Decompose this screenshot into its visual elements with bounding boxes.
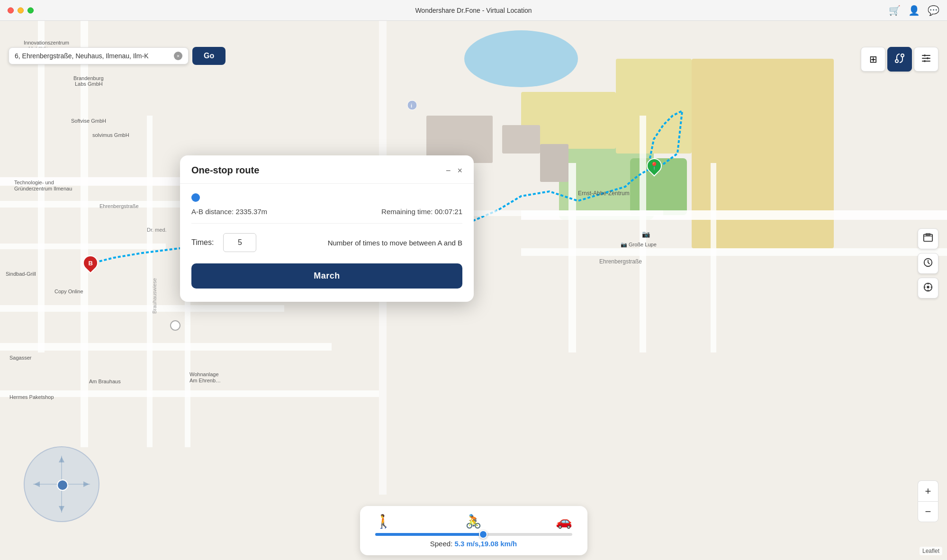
speed-slider[interactable]: [375, 533, 572, 536]
title-bar: Wondershare Dr.Fone - Virtual Location 🛒…: [0, 0, 947, 21]
svg-point-52: [895, 60, 898, 63]
modal-header: One-stop route − ×: [180, 155, 474, 184]
chat-icon[interactable]: 💬: [928, 5, 939, 16]
map-container[interactable]: Innovationszentrum Mobilität Brandenburg…: [0, 21, 947, 560]
grid-tool-button[interactable]: ⊞: [861, 47, 885, 72]
screenshot-icon: [923, 233, 933, 245]
title-bar-icons: 🛒 👤 💬: [889, 5, 939, 16]
speed-control: 🚶 🚴 🚗 Speed: 5.3 m/s,19.08 km/h: [360, 506, 587, 555]
close-traffic-light[interactable]: [8, 7, 14, 13]
locate-icon: [923, 282, 933, 295]
svg-point-53: [901, 54, 904, 57]
zoom-in-button[interactable]: +: [918, 480, 938, 501]
go-button[interactable]: Go: [192, 47, 225, 65]
svg-text:Technologie- und: Technologie- und: [14, 180, 54, 185]
svg-text:Hermes Paketshop: Hermes Paketshop: [9, 394, 54, 400]
one-stop-route-modal: One-stop route − × A-B distance: 2335.37…: [180, 155, 474, 302]
zoom-out-button[interactable]: −: [918, 501, 938, 522]
svg-rect-22: [568, 163, 576, 352]
search-clear-button[interactable]: ×: [174, 52, 182, 60]
svg-text:solvimus GmbH: solvimus GmbH: [92, 132, 129, 138]
map-toolbar: ⊞: [861, 47, 938, 72]
svg-marker-72: [83, 481, 89, 487]
multi-route-icon: [920, 53, 932, 66]
svg-rect-24: [711, 163, 716, 352]
multi-route-tool-button[interactable]: [914, 47, 938, 72]
svg-marker-69: [59, 457, 64, 462]
search-input[interactable]: [15, 52, 174, 60]
march-button[interactable]: March: [191, 263, 462, 289]
maximize-traffic-light[interactable]: [27, 7, 34, 13]
svg-text:Innovationszentrum: Innovationszentrum: [24, 40, 69, 45]
screenshot-button[interactable]: [918, 228, 938, 249]
svg-point-1: [464, 30, 578, 87]
svg-text:Gründerzentrum Ilmenau: Gründerzentrum Ilmenau: [14, 186, 72, 191]
svg-point-56: [924, 60, 926, 62]
svg-point-62: [927, 286, 929, 289]
svg-text:Wohnanlage: Wohnanlage: [189, 371, 219, 377]
svg-text:Am Brauhaus: Am Brauhaus: [89, 379, 121, 384]
svg-text:Dr. med.: Dr. med.: [147, 227, 167, 233]
user-icon[interactable]: 👤: [908, 5, 920, 16]
modal-close-button[interactable]: ×: [457, 166, 462, 175]
svg-text:Brauhauswiese: Brauhauswiese: [152, 278, 157, 314]
svg-text:Labs GmbH: Labs GmbH: [75, 81, 103, 87]
route-tool-button[interactable]: [887, 47, 912, 72]
traffic-lights: [8, 7, 34, 13]
svg-text:i: i: [411, 103, 412, 108]
svg-text:Ernst-Abbe-Zentrum: Ernst-Abbe-Zentrum: [578, 190, 630, 197]
search-input-wrapper[interactable]: ×: [9, 47, 189, 64]
joystick-thumb: [57, 479, 68, 491]
svg-text:Ehrenbergstraße: Ehrenbergstraße: [99, 203, 139, 209]
speed-slider-thumb: [479, 530, 487, 539]
speed-value: 5.3 m/s,19.08 km/h: [454, 540, 517, 548]
speed-icons: 🚶 🚴 🚗: [375, 514, 572, 529]
walk-icon: 🚶: [375, 514, 392, 529]
svg-point-49: [171, 321, 180, 330]
minimize-traffic-light[interactable]: [18, 7, 24, 13]
times-row: Times: Number of times to move between A…: [191, 233, 462, 252]
times-label: Times:: [191, 238, 214, 247]
location-dot: [191, 193, 200, 202]
ab-distance: A-B distance: 2335.37m: [191, 208, 267, 216]
zoom-controls: + −: [918, 480, 938, 522]
history-button[interactable]: [918, 253, 938, 274]
leaflet-badge: Leaflet: [920, 547, 942, 555]
svg-marker-70: [59, 506, 64, 512]
svg-text:Sindbad-Grill: Sindbad-Grill: [6, 271, 36, 277]
locate-button[interactable]: [918, 278, 938, 298]
speed-slider-fill: [375, 533, 484, 536]
modal-minimize-button[interactable]: −: [446, 166, 451, 175]
svg-text:📷 Große Lupe: 📷 Große Lupe: [621, 241, 657, 248]
modal-title: One-stop route: [191, 165, 259, 176]
svg-text:Am Ehrenb…: Am Ehrenb…: [189, 378, 221, 383]
modal-body: A-B distance: 2335.37m Remaining time: 0…: [180, 184, 474, 302]
svg-text:📷: 📷: [642, 230, 650, 238]
right-tools: [918, 228, 938, 298]
svg-point-54: [924, 54, 926, 56]
svg-marker-71: [34, 481, 40, 487]
destination-marker: 📍: [647, 158, 662, 173]
remaining-time: Remaining time: 00:07:21: [381, 208, 462, 216]
speed-slider-track: [375, 533, 572, 536]
svg-text:Softvise GmbH: Softvise GmbH: [71, 118, 106, 124]
window-title: Wondershare Dr.Fone - Virtual Location: [415, 7, 532, 14]
svg-text:Sagasser: Sagasser: [9, 355, 32, 361]
svg-text:Copy Online: Copy Online: [54, 289, 83, 294]
svg-text:Ehrenbergstraße: Ehrenbergstraße: [599, 258, 642, 265]
modal-controls: − ×: [446, 166, 462, 175]
grid-icon: ⊞: [869, 54, 877, 65]
history-icon: [923, 257, 933, 270]
times-input[interactable]: [223, 233, 256, 252]
times-description: Number of times to move between A and B: [328, 239, 462, 247]
svg-rect-9: [540, 144, 568, 182]
b-marker: B: [83, 255, 98, 271]
svg-rect-8: [502, 125, 540, 154]
speed-label: Speed: 5.3 m/s,19.08 km/h: [375, 540, 572, 548]
car-icon: 🚗: [556, 514, 572, 529]
joystick[interactable]: [24, 446, 99, 522]
route-icon: [894, 53, 905, 66]
svg-rect-21: [521, 248, 947, 256]
search-bar: × Go: [9, 47, 225, 65]
cart-icon[interactable]: 🛒: [889, 5, 901, 16]
